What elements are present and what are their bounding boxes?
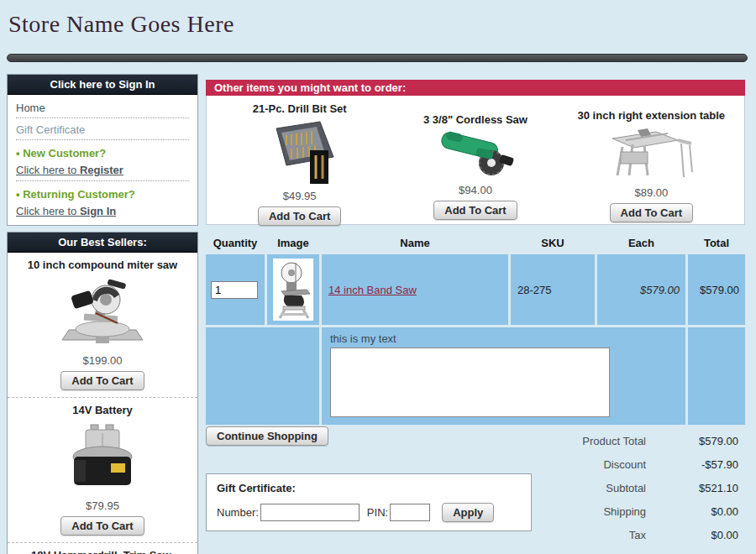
signin-link-prefix: Click here to bbox=[16, 205, 80, 217]
totals-value: $579.00 bbox=[646, 435, 745, 447]
each-cell: $579.00 bbox=[597, 254, 685, 325]
product-name: 18V Hammerdrill, Trim Saw, Reciprocating… bbox=[13, 547, 192, 554]
cart-table: Quantity Image Name SKU Each Total bbox=[206, 233, 745, 416]
gift-certificate-title: Gift Certificate: bbox=[217, 482, 521, 494]
totals-row: Shipping $0.00 bbox=[535, 499, 745, 523]
name-cell: 14 inch Band Saw bbox=[322, 254, 508, 325]
total-cell: $579.00 bbox=[688, 254, 745, 325]
column-sku: SKU bbox=[511, 233, 595, 254]
register-link-bold: Register bbox=[80, 164, 123, 176]
product-price: $79.95 bbox=[13, 499, 192, 512]
gift-pin-label: PIN: bbox=[367, 506, 388, 519]
best-sellers-header: Our Best Sellers: bbox=[8, 233, 197, 253]
add-to-cart-button[interactable]: Add To Cart bbox=[258, 206, 341, 226]
best-seller-item: 18V Hammerdrill, Trim Saw, Reciprocating… bbox=[8, 543, 197, 554]
totals-row: Tax $0.00 bbox=[535, 523, 745, 546]
note-cell: this is my text bbox=[322, 327, 685, 425]
cart-note-row: this is my text bbox=[206, 327, 745, 416]
bottom-section: Continue Shopping Gift Certificate: Numb… bbox=[206, 426, 745, 554]
cart-item-row: 14 inch Band Saw 28-275 $579.00 $579.00 bbox=[206, 254, 745, 325]
column-each: Each bbox=[597, 233, 685, 254]
product-name: 21-Pc. Drill Bit Set bbox=[213, 99, 386, 117]
drill-bit-set-image bbox=[213, 117, 386, 188]
note-row-right-cell bbox=[688, 327, 745, 425]
returning-customer-block: • Returning Customer? Click here to Sign… bbox=[16, 181, 189, 222]
upsell-header: Other items you might want to order: bbox=[206, 80, 745, 96]
returning-customer-prompt: • Returning Customer? bbox=[16, 186, 189, 202]
upsell-item: 21-Pc. Drill Bit Set bbox=[213, 99, 386, 221]
product-price: $199.00 bbox=[13, 354, 192, 367]
totals-value: $521.10 bbox=[646, 482, 745, 494]
column-total: Total bbox=[688, 233, 745, 254]
signin-box: Click here to Sign In Home Gift Certific… bbox=[7, 74, 198, 226]
cart-item-sku: 28-275 bbox=[517, 284, 551, 296]
add-to-cart-button[interactable]: Add To Cart bbox=[433, 201, 517, 220]
register-link-prefix: Click here to bbox=[16, 164, 80, 176]
upsell-box: 21-Pc. Drill Bit Set bbox=[206, 96, 745, 225]
totals-value: $0.00 bbox=[646, 529, 745, 541]
quantity-input[interactable] bbox=[211, 281, 258, 299]
totals-value: $0.00 bbox=[646, 505, 745, 518]
apply-button[interactable]: Apply bbox=[442, 503, 494, 522]
gift-number-input[interactable] bbox=[260, 504, 360, 521]
register-link[interactable]: Click here to Register bbox=[16, 161, 189, 177]
product-price: $89.00 bbox=[564, 186, 738, 199]
best-sellers-box: Our Best Sellers: 10 inch compound miter… bbox=[7, 232, 198, 554]
signin-box-header[interactable]: Click here to Sign In bbox=[8, 75, 197, 95]
totals-row: Subtotal $521.10 bbox=[535, 476, 745, 499]
cart-item-each: $579.00 bbox=[640, 284, 685, 296]
sidebar-item-home[interactable]: Home bbox=[16, 97, 189, 118]
band-saw-image bbox=[273, 259, 313, 321]
totals-label: Discount bbox=[535, 458, 646, 471]
miter-saw-image bbox=[13, 276, 192, 351]
gift-pin-input[interactable] bbox=[390, 504, 430, 521]
note-row-left-cell bbox=[206, 327, 319, 425]
totals-label: Tax bbox=[535, 529, 646, 541]
note-textarea[interactable] bbox=[330, 348, 610, 417]
image-cell bbox=[267, 254, 319, 325]
signin-link-bold: Sign In bbox=[80, 205, 116, 217]
navigation-bar bbox=[7, 54, 748, 62]
sidebar-item-gift-certificate[interactable]: Gift Certificate bbox=[16, 118, 189, 140]
note-label: this is my text bbox=[330, 332, 677, 345]
totals-panel: Product Total $579.00 Discount -$57.90 S… bbox=[535, 426, 745, 554]
column-quantity: Quantity bbox=[206, 233, 265, 254]
main-content: Other items you might want to order: 21-… bbox=[206, 80, 745, 554]
cordless-saw-image bbox=[388, 128, 562, 182]
cart-item-link[interactable]: 14 inch Band Saw bbox=[328, 284, 417, 296]
continue-shopping-button[interactable]: Continue Shopping bbox=[206, 426, 328, 446]
best-seller-item: 14V Battery $79.95 Add To Cart bbox=[8, 398, 197, 543]
gift-number-label: Number: bbox=[217, 506, 259, 519]
page-title: Store Name Goes Here bbox=[8, 11, 234, 38]
signin-link[interactable]: Click here to Sign In bbox=[16, 202, 189, 218]
totals-label: Shipping bbox=[535, 505, 646, 518]
best-seller-item: 10 inch compound miter saw $199.00 bbox=[8, 253, 197, 398]
totals-value: -$57.90 bbox=[646, 458, 745, 471]
extension-table-image bbox=[564, 123, 738, 185]
upsell-item: 30 inch right extension table bbox=[564, 99, 738, 221]
totals-row: Product Total $579.00 bbox=[535, 429, 745, 452]
column-name: Name bbox=[322, 233, 508, 254]
totals-label: Product Total bbox=[535, 435, 646, 447]
sidebar: Click here to Sign In Home Gift Certific… bbox=[7, 74, 198, 554]
product-name: 14V Battery bbox=[13, 402, 192, 420]
product-price: $49.95 bbox=[213, 190, 386, 202]
add-to-cart-button[interactable]: Add To Cart bbox=[60, 371, 144, 390]
product-price: $94.00 bbox=[388, 184, 562, 196]
product-name: 3 3/8" Cordless Saw bbox=[388, 110, 562, 128]
totals-row: Discount -$57.90 bbox=[535, 452, 745, 476]
new-customer-block: • New Customer? Click here to Register bbox=[16, 140, 189, 181]
quantity-cell bbox=[206, 254, 265, 325]
battery-image bbox=[13, 421, 192, 496]
new-customer-prompt: • New Customer? bbox=[16, 145, 189, 161]
product-name: 30 inch right extension table bbox=[564, 106, 738, 123]
product-name: 10 inch compound miter saw bbox=[13, 257, 192, 274]
totals-label: Subtotal bbox=[535, 482, 646, 494]
gift-certificate-box: Gift Certificate: Number: PIN: Apply bbox=[206, 473, 532, 531]
sku-cell: 28-275 bbox=[511, 254, 595, 325]
add-to-cart-button[interactable]: Add To Cart bbox=[60, 516, 144, 536]
add-to-cart-button[interactable]: Add To Cart bbox=[610, 203, 693, 222]
column-image: Image bbox=[267, 233, 319, 254]
cart-item-total: $579.00 bbox=[700, 284, 745, 296]
cart-table-header: Quantity Image Name SKU Each Total bbox=[206, 233, 745, 254]
